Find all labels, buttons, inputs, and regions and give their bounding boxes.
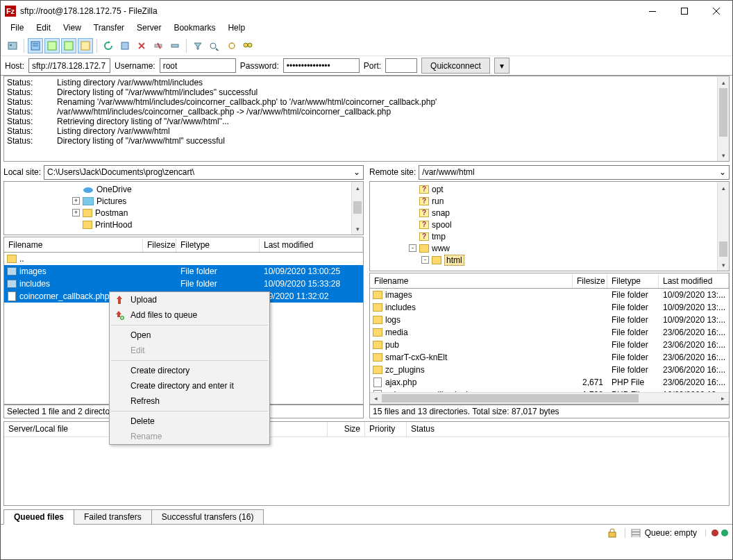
tree-node[interactable]: +Postman <box>6 207 362 219</box>
tree-node[interactable]: +Pictures <box>6 195 362 207</box>
chevron-down-icon: ⌄ <box>719 167 726 177</box>
context-item[interactable]: Delete <box>110 414 269 429</box>
context-item[interactable]: Create directory and enter it <box>110 378 269 393</box>
remote-file-list[interactable]: imagesFile folder10/09/2020 13:...includ… <box>369 288 730 405</box>
tree-node[interactable]: PrintHood <box>6 219 362 230</box>
tree-node[interactable]: ?opt <box>371 183 727 195</box>
tree-node[interactable]: ?snap <box>371 207 727 219</box>
col-filename[interactable]: Filename <box>370 274 573 288</box>
toggle-local-tree-icon[interactable] <box>44 38 60 53</box>
message-log[interactable]: Status:Listing directory /var/www/html/i… <box>3 76 730 162</box>
cancel-icon[interactable] <box>134 38 149 53</box>
menu-bookmarks[interactable]: Bookmarks <box>168 22 221 35</box>
folder-icon: ? <box>419 232 429 241</box>
file-row[interactable]: imagesFile folder10/09/2020 13:... <box>370 289 729 301</box>
file-row[interactable]: includesFile folder10/09/2020 13:... <box>370 301 729 314</box>
context-item[interactable]: Create directory <box>110 363 269 378</box>
username-label: Username: <box>115 61 155 71</box>
file-row[interactable]: zc_pluginsFile folder23/06/2020 16:... <box>370 364 729 376</box>
tree-node[interactable]: ?tmp <box>371 230 727 242</box>
tab[interactable]: Queued files <box>3 509 74 525</box>
col-filetype[interactable]: Filetype <box>176 238 260 252</box>
site-manager-icon[interactable] <box>5 38 20 53</box>
disconnect-icon[interactable] <box>151 38 166 53</box>
maximize-button[interactable] <box>668 1 700 22</box>
log-label: Status: <box>7 87 57 97</box>
log-scrollbar[interactable]: ▴▾ <box>717 76 729 161</box>
menu-file[interactable]: File <box>5 22 29 35</box>
remote-tree[interactable]: ?opt?run?snap?spool?tmp-www-html▴▾ <box>369 181 730 271</box>
svg-rect-12 <box>121 42 128 49</box>
folder-icon: ? <box>419 185 429 194</box>
menu-edit[interactable]: Edit <box>31 22 56 35</box>
reconnect-icon[interactable] <box>167 38 183 53</box>
password-input[interactable] <box>283 58 360 73</box>
col-lastmod[interactable]: Last modified <box>260 238 363 252</box>
minimize-button[interactable] <box>637 1 668 22</box>
svg-rect-4 <box>8 42 17 49</box>
tab[interactable]: Failed transfers <box>74 509 152 525</box>
col-filesize[interactable]: Filesize <box>573 274 607 288</box>
tree-node[interactable]: OneDrive <box>6 183 362 195</box>
compare-icon[interactable] <box>207 38 222 53</box>
remote-path-input[interactable]: /var/www/html⌄ <box>419 165 730 180</box>
menu-help[interactable]: Help <box>222 22 251 35</box>
tree-node[interactable]: -html <box>371 254 727 266</box>
remote-list-header[interactable]: Filename Filesize Filetype Last modified <box>369 273 730 288</box>
toggle-queue-icon[interactable] <box>78 38 93 53</box>
lock-icon[interactable] <box>608 528 616 538</box>
folder-icon <box>83 185 94 194</box>
menu-view[interactable]: View <box>58 22 87 35</box>
tree-node[interactable]: ?run <box>371 195 727 207</box>
col-filetype[interactable]: Filetype <box>607 274 659 288</box>
svg-point-21 <box>248 43 252 47</box>
menu-transfer[interactable]: Transfer <box>88 22 130 35</box>
remote-tree-scrollbar[interactable]: ▴▾ <box>717 182 729 271</box>
col-filename[interactable]: Filename <box>4 238 143 252</box>
close-button[interactable] <box>700 1 732 22</box>
quickconnect-button[interactable]: Quickconnect <box>421 58 490 74</box>
file-row[interactable]: mediaFile folder23/06/2020 16:... <box>370 326 729 339</box>
local-list-header[interactable]: Filename Filesize Filetype Last modified <box>3 237 364 252</box>
quickconnect-bar: Host: Username: Password: Port: Quickcon… <box>1 56 732 76</box>
filter-icon[interactable] <box>190 38 205 53</box>
username-input[interactable] <box>160 58 236 73</box>
tree-node[interactable]: ?spool <box>371 219 727 230</box>
context-item[interactable]: Open <box>110 328 269 343</box>
svg-rect-17 <box>171 44 178 47</box>
tree-node[interactable]: -www <box>371 242 727 254</box>
log-label: Status: <box>7 107 57 117</box>
file-row[interactable]: smarT-cxG-knEltFile folder23/06/2020 16:… <box>370 351 729 364</box>
refresh-icon[interactable] <box>101 38 116 53</box>
file-row[interactable]: imagesFile folder10/09/2020 13:00:25 <box>4 265 363 278</box>
file-row[interactable]: ajax.php2,671PHP File23/06/2020 16:... <box>370 376 729 389</box>
menu-server[interactable]: Server <box>131 22 167 35</box>
svg-rect-23 <box>83 197 94 205</box>
local-tree[interactable]: OneDrive+Pictures+PostmanPrintHood▴▾ <box>3 181 364 235</box>
port-input[interactable] <box>385 58 417 73</box>
process-queue-icon[interactable] <box>117 38 133 53</box>
log-label: Status: <box>7 97 57 107</box>
col-filesize[interactable]: Filesize <box>143 238 176 252</box>
toggle-log-icon[interactable] <box>28 38 43 53</box>
context-item[interactable]: Refresh <box>110 393 269 409</box>
file-row[interactable]: pubFile folder23/06/2020 16:... <box>370 339 729 351</box>
context-item[interactable]: Add files to queue <box>110 307 269 323</box>
file-row[interactable]: includesFile folder10/09/2020 15:33:28 <box>4 278 363 290</box>
tab[interactable]: Successful transfers (16) <box>151 509 264 525</box>
local-tree-scrollbar[interactable]: ▴▾ <box>351 182 363 235</box>
context-item[interactable]: Upload <box>110 292 269 307</box>
file-row[interactable]: .. <box>4 253 363 265</box>
toggle-remote-tree-icon[interactable] <box>61 38 76 53</box>
remote-list-hscroll[interactable]: ◂▸ <box>370 392 729 404</box>
sync-browse-icon[interactable] <box>224 38 239 53</box>
local-path-input[interactable]: C:\Users\Jack\Documents\prog\zencart\⌄ <box>44 165 364 180</box>
host-input[interactable] <box>28 58 110 73</box>
file-row[interactable]: logsFile folder10/09/2020 13:... <box>370 314 729 326</box>
search-icon[interactable] <box>240 38 255 53</box>
svg-rect-24 <box>609 532 616 537</box>
svg-point-22 <box>83 187 93 193</box>
quickconnect-dropdown[interactable]: ▾ <box>494 58 509 74</box>
svg-rect-1 <box>682 8 688 15</box>
col-lastmod[interactable]: Last modified <box>659 274 729 288</box>
